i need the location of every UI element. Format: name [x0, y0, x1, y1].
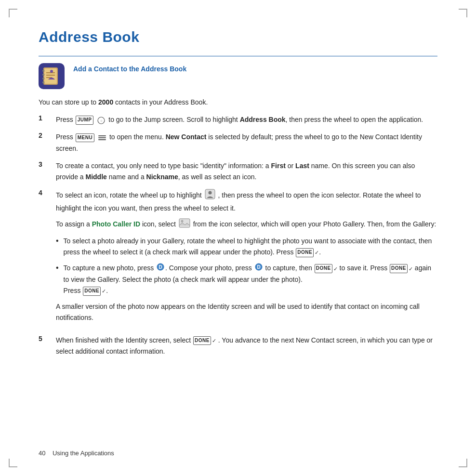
svg-rect-14 — [98, 139, 106, 140]
menu-icon — [98, 134, 106, 141]
sub-bullet-2: • To capture a new photo, press D . Comp… — [56, 263, 437, 296]
footer-page-number: 40 — [39, 450, 45, 457]
sub-bullet-1: • To select a photo already in your Gall… — [56, 236, 437, 258]
step-2-content: Press MENU to open the menu. New Contact… — [56, 132, 437, 154]
steps-list: 1 Press JUMP ⁘ to go to the Jump screen.… — [39, 114, 437, 357]
step-4-content: To select an icon, rotate the wheel up t… — [56, 189, 437, 329]
capture-icon-1: D — [157, 263, 164, 274]
step-5-number: 5 — [39, 335, 47, 343]
step-2: 2 Press MENU to open the menu. New Conta… — [39, 132, 437, 154]
sub-bullet-1-content: To select a photo already in your Galler… — [64, 236, 437, 258]
menu-key: MENU — [76, 133, 94, 143]
new-contact-bold: New Contact — [166, 133, 207, 141]
sub-bullet-2-content: To capture a new photo, press D . Compos… — [64, 263, 437, 296]
footer-text: Using the Applications — [53, 450, 114, 457]
step-5-content: When finished with the Identity screen, … — [56, 335, 437, 357]
capture-icon-2: D — [255, 263, 263, 274]
svg-point-9 — [42, 81, 44, 83]
step-5: 5 When finished with the Identity screen… — [39, 335, 437, 357]
done-check-2: ✓ — [333, 264, 338, 273]
page-content: Address Book Add a — [39, 29, 437, 357]
done-badge-2: DONE — [315, 264, 332, 273]
section-divider — [39, 56, 437, 56]
intro-text-before: You can store up to — [39, 98, 98, 106]
svg-text:D: D — [257, 264, 260, 270]
step-1-content: Press JUMP ⁘ to go to the Jump screen. S… — [56, 114, 437, 125]
done-badge-3: DONE — [390, 264, 408, 273]
corner-mark-bl — [9, 459, 17, 467]
svg-point-5 — [50, 70, 53, 73]
svg-rect-17 — [179, 219, 190, 227]
step-3-number: 3 — [39, 160, 47, 168]
photo-caller-id-link: Photo Caller ID — [92, 220, 140, 228]
address-book-bold: Address Book — [240, 116, 286, 123]
section-title-text: Add a Contact to the Address Book — [73, 63, 186, 73]
svg-rect-12 — [98, 135, 106, 136]
done-check-3: ✓ — [409, 264, 413, 273]
step-4-note: A smaller version of the photo now appea… — [56, 301, 437, 323]
corner-mark-tr — [459, 9, 467, 17]
jump-icon: ⁘ — [97, 117, 106, 124]
intro-paragraph: You can store up to 2000 contacts in you… — [39, 97, 437, 107]
step-4: 4 To select an icon, rotate the wheel up… — [39, 189, 437, 329]
step-1: 1 Press JUMP ⁘ to go to the Jump screen.… — [39, 114, 437, 125]
corner-mark-tl — [9, 9, 17, 17]
svg-text:D: D — [159, 264, 162, 270]
contact-icon-inline — [205, 189, 215, 203]
intro-text-after: contacts in your Address Book. — [113, 98, 208, 106]
step-4-main: To select an icon, rotate the wheel up t… — [56, 189, 437, 214]
sub-bullets-list: • To select a photo already in your Gall… — [56, 236, 437, 296]
gallery-icon-inline — [179, 218, 190, 232]
step-1-number: 1 — [39, 114, 47, 122]
corner-mark-br — [459, 459, 467, 467]
step-3: 3 To create a contact, you only need to … — [39, 160, 437, 183]
bullet-dot-2: • — [56, 262, 59, 274]
svg-point-8 — [42, 78, 44, 79]
svg-rect-13 — [98, 137, 106, 138]
step-2-number: 2 — [39, 132, 47, 139]
bullet-dot-1: • — [56, 235, 59, 247]
svg-point-18 — [181, 220, 183, 223]
intro-bold: 2000 — [98, 98, 113, 106]
done-badge-4: DONE — [83, 287, 101, 296]
svg-point-16 — [208, 191, 212, 194]
done-check-5: ✓ — [212, 336, 216, 345]
jump-key: JUMP — [76, 116, 94, 125]
step-4-photo-line: To assign a Photo Caller ID icon, select… — [56, 218, 437, 232]
done-badge-5: DONE — [193, 336, 211, 345]
section-icon — [39, 63, 65, 89]
done-badge-1: DONE — [296, 248, 314, 257]
page-footer: 40 Using the Applications — [39, 450, 114, 457]
svg-text:⁘: ⁘ — [100, 119, 103, 123]
svg-point-7 — [42, 74, 44, 76]
done-check-1: ✓ — [315, 248, 319, 257]
section-header: Add a Contact to the Address Book — [39, 63, 437, 89]
svg-point-6 — [42, 70, 44, 72]
step-3-content: To create a contact, you only need to ty… — [56, 160, 437, 183]
page-title: Address Book — [39, 29, 437, 45]
step-4-number: 4 — [39, 189, 47, 197]
address-book-icon — [41, 66, 62, 86]
done-check-4: ✓ — [102, 287, 106, 295]
